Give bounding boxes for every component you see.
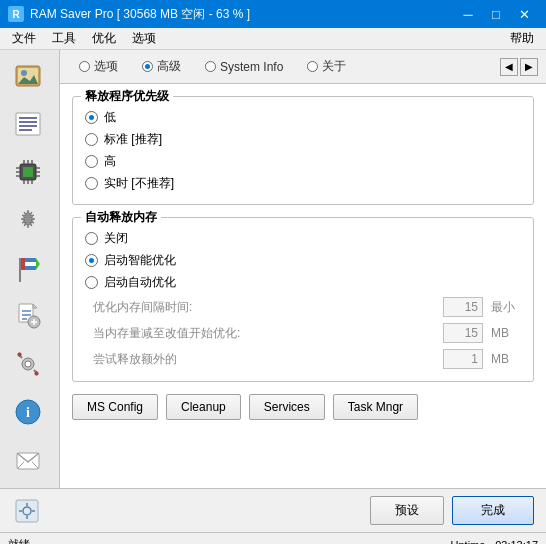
form-row-interval: 优化内存间隔时间: 最小 xyxy=(85,297,521,317)
priority-high-label: 高 xyxy=(104,153,116,170)
doc-icon xyxy=(12,300,44,332)
priority-standard-radio xyxy=(85,133,98,146)
priority-radio-group: 低 标准 [推荐] 高 实时 [不推荐] xyxy=(85,109,521,192)
menu-tools[interactable]: 工具 xyxy=(44,28,84,49)
info-icon: i xyxy=(12,396,44,428)
tab-sysinfo-label: System Info xyxy=(220,60,283,74)
tab-sysinfo-radio xyxy=(205,61,216,72)
sidebar-item-list[interactable] xyxy=(2,102,54,146)
form-extra-label: 尝试释放额外的 xyxy=(93,351,435,368)
list-icon xyxy=(12,108,44,140)
svg-marker-30 xyxy=(33,304,37,308)
form-extra-input[interactable] xyxy=(443,349,483,369)
priority-standard-label: 标准 [推荐] xyxy=(104,131,162,148)
title-bar: R RAM Saver Pro [ 30568 MB 空闲 - 63 % ] ─… xyxy=(0,0,546,28)
tab-prev-button[interactable]: ◀ xyxy=(500,58,518,76)
autorelease-smart[interactable]: 启动智能优化 xyxy=(85,252,521,269)
sidebar-item-mail[interactable] xyxy=(2,438,54,482)
bottom-settings-icon[interactable] xyxy=(12,496,42,526)
bottom-buttons: MS Config Cleanup Services Task Mngr xyxy=(72,394,534,420)
tab-next-button[interactable]: ▶ xyxy=(520,58,538,76)
autorelease-smart-label: 启动智能优化 xyxy=(104,252,176,269)
sidebar-item-gear[interactable] xyxy=(2,198,54,242)
title-bar-controls: ─ □ ✕ xyxy=(454,0,538,28)
autorelease-auto[interactable]: 启动自动优化 xyxy=(85,274,521,291)
menu-options[interactable]: 选项 xyxy=(124,28,164,49)
preset-button[interactable]: 预设 xyxy=(370,496,444,525)
tab-advanced-label: 高级 xyxy=(157,58,181,75)
menu-optimize[interactable]: 优化 xyxy=(84,28,124,49)
form-threshold-label: 当内存量减至改值开始优化: xyxy=(93,325,435,342)
close-button[interactable]: ✕ xyxy=(510,0,538,28)
done-button[interactable]: 完成 xyxy=(452,496,534,525)
autorelease-off-label: 关闭 xyxy=(104,230,128,247)
svg-rect-41 xyxy=(18,353,21,356)
chip-icon xyxy=(12,156,44,188)
priority-realtime-radio xyxy=(85,177,98,190)
autorelease-off-radio xyxy=(85,232,98,245)
menu-file[interactable]: 文件 xyxy=(4,28,44,49)
content-panel: 释放程序优先级 低 标准 [推荐] 高 xyxy=(60,84,546,488)
tab-sysinfo[interactable]: System Info xyxy=(194,55,294,79)
status-bar: 就绪... Uptime - 03:13:17 xyxy=(0,532,546,544)
autorelease-auto-label: 启动自动优化 xyxy=(104,274,176,291)
priority-low-label: 低 xyxy=(104,109,116,126)
taskmngr-button[interactable]: Task Mngr xyxy=(333,394,418,420)
priority-high-radio xyxy=(85,155,98,168)
form-interval-unit: 最小 xyxy=(491,299,521,316)
form-threshold-input[interactable] xyxy=(443,323,483,343)
priority-low[interactable]: 低 xyxy=(85,109,521,126)
gear-icon xyxy=(12,204,44,236)
sidebar-item-flag[interactable] xyxy=(2,246,54,290)
outer-bottom-bar: 预设 完成 xyxy=(0,488,546,532)
priority-low-radio xyxy=(85,111,98,124)
svg-rect-4 xyxy=(16,113,40,135)
sidebar-item-chip[interactable] xyxy=(2,150,54,194)
minimize-button[interactable]: ─ xyxy=(454,0,482,28)
sidebar-item-wrench[interactable] xyxy=(2,342,54,386)
app-icon: R xyxy=(8,6,24,22)
svg-text:i: i xyxy=(26,405,30,420)
autorelease-radio-group: 关闭 启动智能优化 启动自动优化 xyxy=(85,230,521,291)
autorelease-smart-radio xyxy=(85,254,98,267)
priority-group-title: 释放程序优先级 xyxy=(81,88,173,105)
menu-items: 文件 工具 优化 选项 xyxy=(4,28,164,49)
tab-nav-buttons: ◀ ▶ xyxy=(500,58,538,76)
title-bar-left: R RAM Saver Pro [ 30568 MB 空闲 - 63 % ] xyxy=(8,6,250,23)
services-button[interactable]: Services xyxy=(249,394,325,420)
priority-realtime[interactable]: 实时 [不推荐] xyxy=(85,175,521,192)
autorelease-group: 自动释放内存 关闭 启动智能优化 启动自动优化 xyxy=(72,217,534,382)
form-interval-input[interactable] xyxy=(443,297,483,317)
sidebar-item-photo[interactable] xyxy=(2,54,54,98)
wrench-icon xyxy=(12,348,44,380)
tab-about-label: 关于 xyxy=(322,58,346,75)
menu-help[interactable]: 帮助 xyxy=(502,28,542,49)
sidebar-item-doc[interactable] xyxy=(2,294,54,338)
tab-about-radio xyxy=(307,61,318,72)
status-right: Uptime - 03:13:17 xyxy=(451,539,538,545)
msconfig-button[interactable]: MS Config xyxy=(72,394,158,420)
form-row-extra: 尝试释放额外的 MB xyxy=(85,349,521,369)
sidebar: i xyxy=(0,50,60,488)
priority-standard[interactable]: 标准 [推荐] xyxy=(85,131,521,148)
svg-rect-10 xyxy=(23,167,33,177)
tab-advanced[interactable]: 高级 xyxy=(131,53,192,80)
cleanup-button[interactable]: Cleanup xyxy=(166,394,241,420)
form-threshold-unit: MB xyxy=(491,326,521,340)
autorelease-auto-radio xyxy=(85,276,98,289)
autorelease-off[interactable]: 关闭 xyxy=(85,230,521,247)
tab-options[interactable]: 选项 xyxy=(68,53,129,80)
priority-high[interactable]: 高 xyxy=(85,153,521,170)
svg-rect-42 xyxy=(35,372,38,375)
tab-about[interactable]: 关于 xyxy=(296,53,357,80)
autorelease-group-title: 自动释放内存 xyxy=(81,209,161,226)
photo-icon xyxy=(12,60,44,92)
maximize-button[interactable]: □ xyxy=(482,0,510,28)
menu-bar: 文件 工具 优化 选项 帮助 xyxy=(0,28,546,50)
status-left: 就绪... xyxy=(8,537,39,544)
tab-options-label: 选项 xyxy=(94,58,118,75)
sidebar-item-info[interactable]: i xyxy=(2,390,54,434)
priority-group: 释放程序优先级 低 标准 [推荐] 高 xyxy=(72,96,534,205)
mail-icon xyxy=(12,444,44,476)
form-interval-label: 优化内存间隔时间: xyxy=(93,299,435,316)
